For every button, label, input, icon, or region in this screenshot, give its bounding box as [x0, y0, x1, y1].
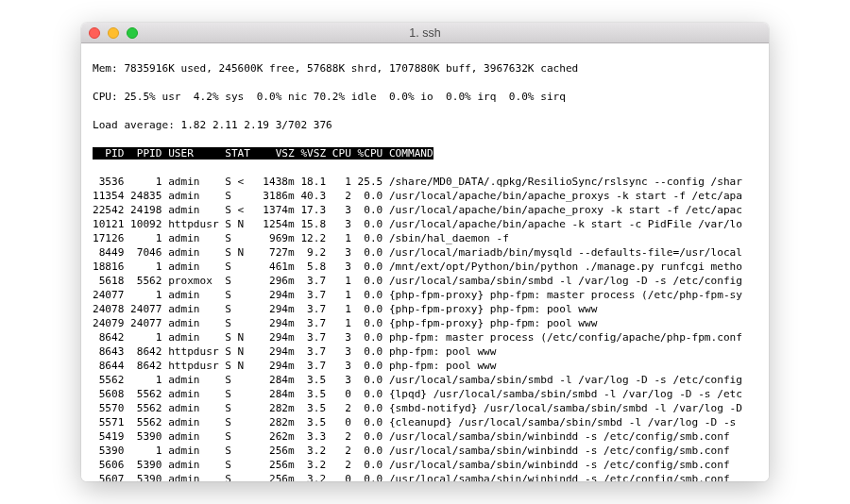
process-row[interactable]: 3536 1 admin S < 1438m 18.1 1 25.5 /shar… [93, 175, 769, 189]
process-row[interactable]: 8642 1 admin S N 294m 3.7 3 0.0 php-fpm:… [93, 330, 769, 344]
process-row[interactable]: 5618 5562 proxmox S 296m 3.7 1 0.0 /usr/… [93, 274, 769, 288]
maximize-icon[interactable] [127, 27, 138, 39]
process-row[interactable]: 5606 5390 admin S 256m 3.2 2 0.0 /usr/lo… [93, 458, 769, 472]
terminal-content[interactable]: Mem: 7835916K used, 245600K free, 57688K… [81, 43, 769, 481]
process-row[interactable]: 18816 1 admin S 461m 5.8 3 0.0 /mnt/ext/… [93, 260, 769, 274]
traffic-lights [89, 27, 138, 39]
mem-line: Mem: 7835916K used, 245600K free, 57688K… [93, 61, 769, 76]
cpu-line: CPU: 25.5% usr 4.2% sys 0.0% nic 70.2% i… [93, 90, 769, 104]
process-row[interactable]: 8643 8642 httpdusr S N 294m 3.7 3 0.0 ph… [93, 344, 769, 359]
process-row[interactable]: 5562 1 admin S 284m 3.5 3 0.0 /usr/local… [93, 373, 769, 387]
process-row[interactable]: 5607 5390 admin S 256m 3.2 0 0.0 /usr/lo… [93, 472, 769, 481]
close-icon[interactable] [89, 27, 100, 39]
process-row[interactable]: 5608 5562 admin S 284m 3.5 0 0.0 {lpqd} … [93, 387, 769, 401]
process-row[interactable]: 5390 1 admin S 256m 3.2 2 0.0 /usr/local… [93, 444, 769, 458]
minimize-icon[interactable] [108, 27, 119, 39]
process-row[interactable]: 8449 7046 admin S N 727m 9.2 3 0.0 /usr/… [93, 245, 769, 260]
process-row[interactable]: 22542 24198 admin S < 1374m 17.3 3 0.0 /… [93, 203, 769, 217]
process-row[interactable]: 10121 10092 httpdusr S N 1254m 15.8 3 0.… [93, 217, 769, 231]
load-line: Load average: 1.82 2.11 2.19 3/702 376 [93, 118, 769, 132]
window-title: 1. ssh [81, 26, 769, 40]
column-headers: PID PPID USER STAT VSZ %VSZ CPU %CPU COM… [93, 146, 769, 160]
process-row[interactable]: 17126 1 admin S 969m 12.2 1 0.0 /sbin/ha… [93, 231, 769, 245]
process-row[interactable]: 5571 5562 admin S 282m 3.5 0 0.0 {cleanu… [93, 415, 769, 429]
process-row[interactable]: 24078 24077 admin S 294m 3.7 1 0.0 {php-… [93, 302, 769, 316]
process-row[interactable]: 5419 5390 admin S 262m 3.3 2 0.0 /usr/lo… [93, 429, 769, 444]
titlebar[interactable]: 1. ssh [81, 23, 769, 43]
terminal-window: 1. ssh Mem: 7835916K used, 245600K free,… [81, 23, 769, 481]
process-row[interactable]: 24079 24077 admin S 294m 3.7 1 0.0 {php-… [93, 316, 769, 330]
process-row[interactable]: 8644 8642 httpdusr S N 294m 3.7 3 0.0 ph… [93, 359, 769, 373]
process-row[interactable]: 24077 1 admin S 294m 3.7 1 0.0 {php-fpm-… [93, 288, 769, 302]
process-row[interactable]: 5570 5562 admin S 282m 3.5 2 0.0 {smbd-n… [93, 401, 769, 415]
process-row[interactable]: 11354 24835 admin S 3186m 40.3 2 0.0 /us… [93, 189, 769, 203]
